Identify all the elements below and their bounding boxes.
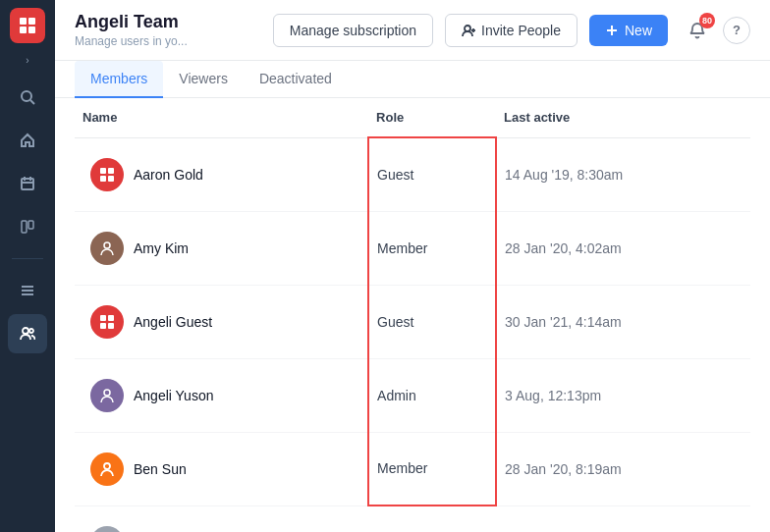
member-name-cell: Amy Kim [82, 222, 359, 275]
header-subtitle: Manage users in yo... [75, 34, 261, 48]
svg-rect-10 [22, 221, 27, 233]
member-name-cell: Betty Jones [82, 516, 360, 533]
notifications-button[interactable]: 80 [680, 13, 715, 48]
help-button[interactable]: ? [723, 17, 750, 44]
tab-viewers[interactable]: Viewers [163, 61, 244, 98]
svg-rect-29 [100, 323, 106, 329]
tabs-bar: Members Viewers Deactivated [55, 61, 770, 98]
svg-rect-3 [28, 27, 35, 33]
nav-members[interactable] [8, 314, 47, 353]
table-row[interactable]: Angeli GuestGuest30 Jan '21, 4:14am [75, 285, 750, 358]
member-name-cell: Ben Sun [82, 443, 359, 496]
svg-point-15 [23, 328, 28, 334]
member-role: Member [368, 505, 496, 532]
nav-collapse-btn[interactable]: › [26, 55, 28, 66]
svg-rect-2 [20, 27, 27, 33]
member-role: Admin [368, 358, 496, 432]
svg-rect-30 [108, 323, 114, 329]
nav-sidebar: › [0, 0, 55, 532]
plus-icon [605, 24, 619, 37]
member-last-active: 28 Jan '20, 4:02am [496, 211, 750, 285]
member-name: Aaron Gold [134, 167, 203, 183]
invite-people-button[interactable]: Invite People [445, 14, 578, 47]
nav-board[interactable] [8, 207, 47, 246]
member-last-active: 28 Jan '20, 8:19am [496, 432, 750, 505]
svg-point-31 [104, 390, 110, 396]
members-table: Name Role Last active Aaron GoldGuest14 … [75, 98, 750, 532]
svg-rect-22 [100, 168, 106, 174]
avatar [90, 232, 124, 265]
member-role: Guest [368, 285, 496, 358]
table-row[interactable]: Ben SunMember28 Jan '20, 8:19am [75, 432, 750, 505]
header-icons: 80 ? [680, 13, 750, 48]
member-last-active: 14 Aug '19, 8:30am [496, 137, 750, 211]
member-role: Member [368, 432, 496, 505]
avatar [90, 379, 124, 412]
svg-point-16 [29, 329, 33, 333]
main-content: Angeli Team Manage users in yo... Manage… [55, 0, 770, 532]
tab-members[interactable]: Members [75, 61, 163, 98]
svg-rect-28 [108, 315, 114, 321]
member-name: Amy Kim [134, 240, 189, 256]
team-name: Angeli Team [75, 12, 261, 32]
svg-rect-11 [28, 221, 33, 229]
header-title-section: Angeli Team Manage users in yo... [75, 12, 261, 48]
avatar [90, 452, 124, 486]
nav-menu[interactable] [8, 271, 47, 310]
svg-rect-25 [108, 176, 114, 182]
avatar [90, 158, 124, 191]
nav-search[interactable] [8, 78, 47, 117]
table-row[interactable]: Betty JonesMember29 Aug '20, 5:36am [75, 505, 750, 532]
svg-rect-23 [108, 168, 114, 174]
app-icon[interactable] [10, 8, 45, 43]
new-button[interactable]: New [589, 15, 668, 46]
nav-home[interactable] [8, 121, 47, 160]
invite-icon [462, 24, 475, 37]
avatar [90, 305, 124, 339]
table-container: Name Role Last active Aaron GoldGuest14 … [55, 98, 770, 532]
member-role: Member [368, 211, 496, 285]
svg-line-5 [30, 100, 34, 104]
manage-subscription-button[interactable]: Manage subscription [273, 14, 433, 47]
svg-rect-1 [28, 18, 35, 25]
member-last-active: 29 Aug '20, 5:36am [496, 505, 750, 532]
member-last-active: 3 Aug, 12:13pm [496, 358, 750, 432]
member-last-active: 30 Jan '21, 4:14am [496, 285, 750, 358]
member-name: Angeli Yuson [134, 388, 213, 403]
member-role: Guest [368, 137, 496, 211]
member-name-cell: Angeli Guest [82, 295, 359, 348]
svg-rect-27 [100, 315, 106, 321]
header: Angeli Team Manage users in yo... Manage… [55, 0, 770, 61]
notification-badge: 80 [699, 13, 715, 28]
table-row[interactable]: Aaron GoldGuest14 Aug '19, 8:30am [75, 137, 750, 211]
svg-rect-24 [100, 176, 106, 182]
svg-point-26 [104, 242, 110, 248]
col-header-name: Name [75, 98, 368, 137]
col-header-last-active: Last active [496, 98, 750, 137]
col-header-role: Role [368, 98, 496, 137]
member-name-cell: Aaron Gold [82, 148, 359, 201]
svg-rect-6 [22, 179, 33, 189]
member-name-cell: Angeli Yuson [82, 369, 359, 422]
nav-divider [12, 258, 43, 259]
member-name: Ben Sun [134, 461, 187, 477]
avatar [90, 526, 124, 533]
nav-calendar[interactable] [8, 164, 47, 203]
tab-deactivated[interactable]: Deactivated [244, 61, 348, 98]
svg-point-32 [104, 463, 110, 469]
member-name: Angeli Guest [134, 314, 212, 330]
svg-point-4 [22, 91, 31, 101]
svg-rect-0 [20, 18, 27, 25]
table-row[interactable]: Amy KimMember28 Jan '20, 4:02am [75, 211, 750, 285]
table-row[interactable]: Angeli YusonAdmin3 Aug, 12:13pm [75, 358, 750, 432]
